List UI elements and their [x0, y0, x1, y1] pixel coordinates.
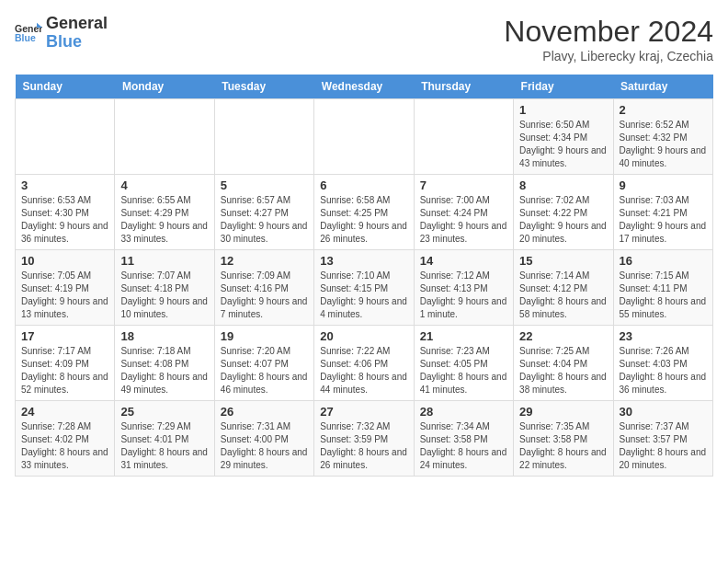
day-number: 7	[420, 178, 507, 192]
calendar-cell: 12Sunrise: 7:09 AM Sunset: 4:16 PM Dayli…	[214, 250, 313, 326]
day-info: Sunrise: 6:53 AM Sunset: 4:30 PM Dayligh…	[21, 194, 108, 246]
calendar-cell: 7Sunrise: 7:00 AM Sunset: 4:24 PM Daylig…	[414, 175, 513, 250]
day-info: Sunrise: 6:57 AM Sunset: 4:27 PM Dayligh…	[221, 194, 308, 246]
day-number: 19	[221, 329, 308, 343]
day-number: 5	[221, 178, 308, 192]
calendar-cell: 10Sunrise: 7:05 AM Sunset: 4:19 PM Dayli…	[16, 250, 115, 326]
day-info: Sunrise: 7:28 AM Sunset: 4:02 PM Dayligh…	[21, 420, 108, 472]
weekday-header-monday: Monday	[115, 75, 214, 99]
title-block: November 2024 Plavy, Liberecky kraj, Cze…	[504, 15, 713, 63]
calendar-cell: 5Sunrise: 6:57 AM Sunset: 4:27 PM Daylig…	[214, 175, 313, 250]
day-number: 26	[221, 405, 308, 419]
calendar-cell: 18Sunrise: 7:18 AM Sunset: 4:08 PM Dayli…	[115, 326, 214, 401]
day-number: 16	[620, 254, 707, 268]
logo-text-general: General	[46, 15, 108, 33]
calendar-cell: 16Sunrise: 7:15 AM Sunset: 4:11 PM Dayli…	[613, 250, 712, 326]
calendar-cell	[414, 99, 513, 175]
calendar-cell	[115, 99, 214, 175]
day-number: 14	[420, 254, 507, 268]
calendar-cell: 15Sunrise: 7:14 AM Sunset: 4:12 PM Dayli…	[514, 250, 613, 326]
logo-text-blue: Blue	[46, 33, 108, 52]
day-number: 25	[120, 405, 208, 419]
day-number: 20	[320, 329, 407, 343]
day-info: Sunrise: 7:02 AM Sunset: 4:22 PM Dayligh…	[519, 194, 607, 246]
day-number: 12	[221, 254, 308, 268]
calendar-week-2: 3Sunrise: 6:53 AM Sunset: 4:30 PM Daylig…	[16, 175, 713, 250]
day-info: Sunrise: 7:17 AM Sunset: 4:09 PM Dayligh…	[21, 345, 108, 396]
day-info: Sunrise: 7:14 AM Sunset: 4:12 PM Dayligh…	[519, 270, 607, 321]
day-number: 8	[519, 178, 607, 192]
calendar-cell: 28Sunrise: 7:34 AM Sunset: 3:58 PM Dayli…	[414, 401, 513, 477]
calendar-cell	[314, 99, 414, 175]
day-number: 24	[21, 405, 108, 419]
day-info: Sunrise: 6:58 AM Sunset: 4:25 PM Dayligh…	[320, 194, 407, 246]
day-number: 10	[21, 254, 108, 268]
calendar-cell: 2Sunrise: 6:52 AM Sunset: 4:32 PM Daylig…	[613, 99, 712, 175]
day-number: 2	[620, 103, 707, 117]
day-info: Sunrise: 7:05 AM Sunset: 4:19 PM Dayligh…	[21, 270, 108, 321]
day-info: Sunrise: 7:10 AM Sunset: 4:15 PM Dayligh…	[320, 270, 407, 321]
location: Plavy, Liberecky kraj, Czechia	[504, 49, 713, 63]
calendar-cell: 1Sunrise: 6:50 AM Sunset: 4:34 PM Daylig…	[514, 99, 613, 175]
calendar-cell: 23Sunrise: 7:26 AM Sunset: 4:03 PM Dayli…	[613, 326, 712, 401]
day-info: Sunrise: 7:12 AM Sunset: 4:13 PM Dayligh…	[420, 270, 507, 321]
calendar-cell: 22Sunrise: 7:25 AM Sunset: 4:04 PM Dayli…	[514, 326, 613, 401]
weekday-header-thursday: Thursday	[414, 75, 513, 99]
calendar-cell: 8Sunrise: 7:02 AM Sunset: 4:22 PM Daylig…	[514, 175, 613, 250]
day-info: Sunrise: 7:03 AM Sunset: 4:21 PM Dayligh…	[620, 194, 707, 246]
day-info: Sunrise: 7:20 AM Sunset: 4:07 PM Dayligh…	[221, 345, 308, 396]
day-number: 6	[320, 178, 407, 192]
calendar-cell: 17Sunrise: 7:17 AM Sunset: 4:09 PM Dayli…	[16, 326, 115, 401]
weekday-header-tuesday: Tuesday	[214, 75, 313, 99]
day-info: Sunrise: 6:50 AM Sunset: 4:34 PM Dayligh…	[519, 119, 607, 170]
day-info: Sunrise: 7:22 AM Sunset: 4:06 PM Dayligh…	[320, 345, 407, 396]
logo-icon: General Blue	[15, 19, 42, 47]
day-info: Sunrise: 6:52 AM Sunset: 4:32 PM Dayligh…	[620, 119, 707, 170]
page-header: General Blue General Blue November 2024 …	[15, 15, 713, 63]
weekday-header-wednesday: Wednesday	[314, 75, 414, 99]
weekday-header-friday: Friday	[514, 75, 613, 99]
day-number: 9	[620, 178, 707, 192]
day-number: 17	[21, 329, 108, 343]
day-info: Sunrise: 7:09 AM Sunset: 4:16 PM Dayligh…	[221, 270, 308, 321]
day-number: 27	[320, 405, 407, 419]
weekday-header-sunday: Sunday	[16, 75, 115, 99]
calendar-cell	[16, 99, 115, 175]
calendar-cell: 20Sunrise: 7:22 AM Sunset: 4:06 PM Dayli…	[314, 326, 414, 401]
day-info: Sunrise: 7:34 AM Sunset: 3:58 PM Dayligh…	[420, 420, 507, 472]
calendar-cell	[214, 99, 313, 175]
day-number: 28	[420, 405, 507, 419]
day-info: Sunrise: 7:29 AM Sunset: 4:01 PM Dayligh…	[120, 420, 208, 472]
calendar-cell: 29Sunrise: 7:35 AM Sunset: 3:58 PM Dayli…	[514, 401, 613, 477]
calendar-cell: 3Sunrise: 6:53 AM Sunset: 4:30 PM Daylig…	[16, 175, 115, 250]
calendar-cell: 26Sunrise: 7:31 AM Sunset: 4:00 PM Dayli…	[214, 401, 313, 477]
calendar-cell: 4Sunrise: 6:55 AM Sunset: 4:29 PM Daylig…	[115, 175, 214, 250]
calendar-cell: 19Sunrise: 7:20 AM Sunset: 4:07 PM Dayli…	[214, 326, 313, 401]
day-info: Sunrise: 6:55 AM Sunset: 4:29 PM Dayligh…	[120, 194, 208, 246]
calendar-cell: 30Sunrise: 7:37 AM Sunset: 3:57 PM Dayli…	[613, 401, 712, 477]
calendar-cell: 9Sunrise: 7:03 AM Sunset: 4:21 PM Daylig…	[613, 175, 712, 250]
calendar-week-3: 10Sunrise: 7:05 AM Sunset: 4:19 PM Dayli…	[16, 250, 713, 326]
calendar-week-4: 17Sunrise: 7:17 AM Sunset: 4:09 PM Dayli…	[16, 326, 713, 401]
calendar-week-5: 24Sunrise: 7:28 AM Sunset: 4:02 PM Dayli…	[16, 401, 713, 477]
day-number: 15	[519, 254, 607, 268]
calendar-cell: 24Sunrise: 7:28 AM Sunset: 4:02 PM Dayli…	[16, 401, 115, 477]
calendar-cell: 6Sunrise: 6:58 AM Sunset: 4:25 PM Daylig…	[314, 175, 414, 250]
day-info: Sunrise: 7:25 AM Sunset: 4:04 PM Dayligh…	[519, 345, 607, 396]
svg-text:Blue: Blue	[15, 32, 36, 43]
logo: General Blue General Blue	[15, 15, 108, 52]
weekday-header-saturday: Saturday	[613, 75, 712, 99]
calendar-cell: 14Sunrise: 7:12 AM Sunset: 4:13 PM Dayli…	[414, 250, 513, 326]
day-info: Sunrise: 7:00 AM Sunset: 4:24 PM Dayligh…	[420, 194, 507, 246]
day-number: 1	[519, 103, 607, 117]
calendar-table: SundayMondayTuesdayWednesdayThursdayFrid…	[15, 75, 713, 477]
calendar-cell: 27Sunrise: 7:32 AM Sunset: 3:59 PM Dayli…	[314, 401, 414, 477]
day-info: Sunrise: 7:07 AM Sunset: 4:18 PM Dayligh…	[120, 270, 208, 321]
month-title: November 2024	[504, 15, 713, 49]
day-number: 21	[420, 329, 507, 343]
day-info: Sunrise: 7:32 AM Sunset: 3:59 PM Dayligh…	[320, 420, 407, 472]
calendar-cell: 25Sunrise: 7:29 AM Sunset: 4:01 PM Dayli…	[115, 401, 214, 477]
day-info: Sunrise: 7:15 AM Sunset: 4:11 PM Dayligh…	[620, 270, 707, 321]
day-number: 30	[620, 405, 707, 419]
day-info: Sunrise: 7:18 AM Sunset: 4:08 PM Dayligh…	[120, 345, 208, 396]
